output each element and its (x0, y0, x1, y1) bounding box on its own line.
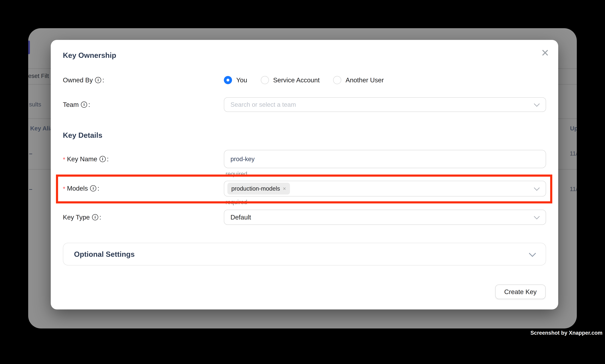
models-tag: production-models × (227, 183, 290, 195)
info-icon: i (95, 77, 101, 83)
table-cell-date-partial: 11/ (570, 186, 577, 192)
close-icon[interactable]: × (541, 46, 549, 59)
key-name-label: * Key Name i : (63, 155, 109, 163)
key-type-selected-value: Default (231, 213, 251, 221)
info-icon: i (100, 156, 106, 162)
key-type-label-text: Key Type (63, 213, 90, 221)
radio-service-account-label: Service Account (273, 76, 320, 84)
radio-you-label: You (236, 76, 247, 84)
required-asterisk: * (63, 185, 65, 193)
radio-another-user[interactable]: Another User (333, 76, 384, 84)
label-colon: : (102, 76, 104, 84)
team-select-placeholder: Search or select a team (231, 101, 296, 108)
optional-settings-title: Optional Settings (74, 250, 135, 259)
models-tag-label: production-models (231, 185, 280, 192)
radio-selected-icon[interactable] (224, 76, 232, 84)
owned-by-label: Owned By i : (63, 76, 104, 84)
radio-service-account[interactable]: Service Account (261, 76, 320, 84)
table-cell-dash: – (29, 150, 32, 157)
radio-another-user-label: Another User (346, 76, 384, 84)
chevron-down-icon (529, 250, 536, 257)
required-asterisk: * (63, 156, 65, 163)
chevron-down-icon (534, 101, 540, 107)
team-label-text: Team (63, 101, 79, 108)
team-label: Team i : (63, 100, 90, 109)
create-key-modal: × Key Ownership Owned By i : You Service… (51, 40, 558, 310)
info-icon: i (90, 185, 96, 192)
results-count-partial: sults (29, 101, 41, 108)
models-label-text: Models (67, 184, 88, 192)
create-key-button-edge (28, 41, 30, 54)
watermark-text: Screenshot by Xnapper.com (530, 330, 603, 336)
radio-unselected-icon[interactable] (333, 76, 341, 84)
key-name-validation-message: required (226, 170, 247, 177)
radio-you[interactable]: You (224, 76, 247, 84)
owned-by-radio-group: You Service Account Another User (224, 76, 384, 84)
reset-filters-button-partial: eset Filt (28, 73, 49, 79)
key-name-input[interactable] (224, 150, 546, 168)
info-icon: i (92, 214, 98, 220)
models-select[interactable]: production-models × (224, 181, 546, 196)
label-colon: : (97, 184, 99, 192)
label-colon: : (88, 101, 90, 108)
optional-settings-panel[interactable]: Optional Settings (63, 243, 546, 265)
section-title-key-details: Key Details (63, 131, 102, 140)
column-header-updated-partial: Up (570, 125, 577, 132)
screenshot-canvas: eset Filt sults Key Alia – – Up 11/ 11/ … (0, 0, 605, 364)
key-name-label-text: Key Name (67, 155, 97, 163)
models-label: * Models i : (63, 184, 99, 193)
info-icon: i (81, 102, 87, 108)
chevron-down-icon (534, 213, 540, 219)
owned-by-label-text: Owned By (63, 76, 93, 84)
chevron-down-icon (534, 185, 540, 191)
key-type-label: Key Type i : (63, 213, 101, 222)
team-select[interactable]: Search or select a team (224, 97, 546, 112)
table-cell-date-partial: 11/ (570, 150, 577, 157)
radio-unselected-icon[interactable] (261, 76, 269, 84)
table-cell-dash: – (29, 186, 32, 192)
column-header-key-alias-partial: Key Alia (30, 125, 53, 132)
label-colon: : (107, 155, 109, 163)
label-colon: : (99, 213, 101, 221)
key-type-select[interactable]: Default (224, 210, 546, 225)
create-key-button[interactable]: Create Key (495, 285, 546, 299)
models-validation-message: required (226, 199, 247, 206)
tag-remove-icon[interactable]: × (283, 186, 286, 191)
section-title-key-ownership: Key Ownership (63, 51, 116, 60)
